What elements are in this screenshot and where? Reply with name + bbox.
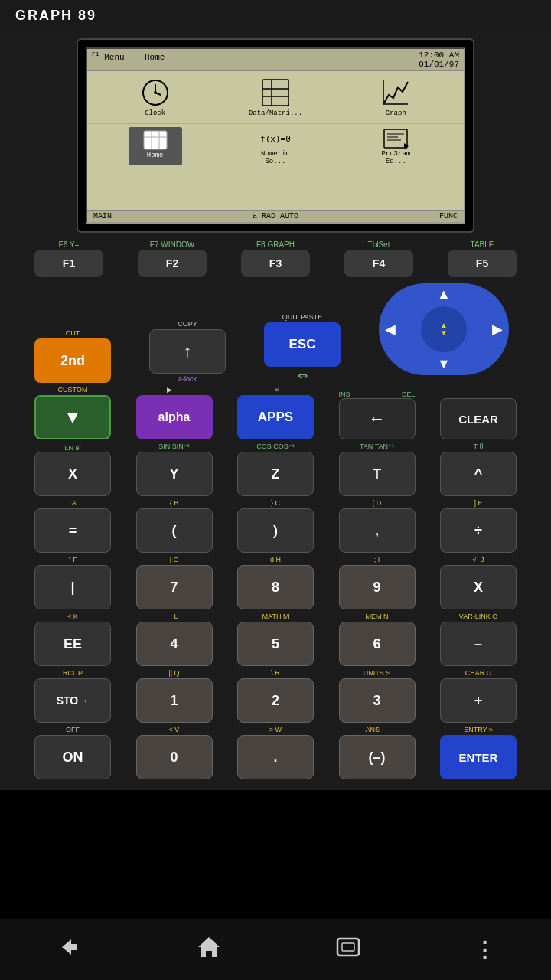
dot-col: > W . xyxy=(237,726,314,779)
dpad[interactable]: ▲ ▼ ◀ ▶ ▲ ▼ xyxy=(379,283,509,375)
dpad-center[interactable]: ▲ ▼ xyxy=(421,306,467,352)
div-col: ] E ÷ xyxy=(440,499,517,553)
up-button[interactable]: ↑ xyxy=(149,329,226,374)
minus-button[interactable]: – xyxy=(440,622,517,666)
5-button[interactable]: 5 xyxy=(237,622,314,666)
2nd-button[interactable]: 2nd xyxy=(34,338,111,383)
comma-col: [ D , xyxy=(339,499,416,553)
dpad-container: ▲ ▼ ◀ ▶ ▲ ▼ xyxy=(379,283,517,383)
f2-button[interactable]: F2 xyxy=(138,250,207,277)
dpad-up[interactable]: ▲ xyxy=(437,286,451,302)
label-semi-i: ; I xyxy=(374,556,380,565)
screen-datetime: 12:00 AM01/01/97 xyxy=(419,51,459,69)
calculator-screen: F1 Menu Home 12:00 AM01/01/97 xyxy=(86,47,465,224)
clock-label: Clock xyxy=(145,109,165,117)
z-button[interactable]: Z xyxy=(237,452,314,496)
screen-status-main: MAIN xyxy=(93,212,112,220)
f3-button[interactable]: F3 xyxy=(241,250,310,277)
screen-status-func: FUNC xyxy=(439,212,458,220)
back-button[interactable] xyxy=(56,933,83,966)
f5-button[interactable]: F5 xyxy=(448,250,517,277)
dpad-down[interactable]: ▼ xyxy=(437,356,451,372)
custom-button[interactable]: ▼ xyxy=(34,395,111,439)
recent-button[interactable] xyxy=(334,933,362,966)
1-button[interactable]: 1 xyxy=(136,678,213,723)
plus-button[interactable]: + xyxy=(440,678,517,723)
comma-button[interactable]: , xyxy=(339,508,416,553)
plus-col: CHAR U + xyxy=(440,669,517,723)
screen-bottombar: MAIN a RAD AUTO FUNC xyxy=(87,210,464,222)
ee-button[interactable]: EE xyxy=(34,622,111,666)
program-label: Pro3ram Ed... xyxy=(369,150,422,165)
1-col: || Q 1 xyxy=(136,669,213,723)
label-colon-l: : L xyxy=(170,612,178,622)
fkey-row: F6 Y= F1 F7 WINDOW F2 F8 GRAPH F3 TblSet… xyxy=(31,240,520,277)
label-lbracket-d: [ D xyxy=(373,499,382,508)
apps-button[interactable]: APPS xyxy=(237,395,314,439)
7-button[interactable]: 7 xyxy=(136,565,213,609)
svg-rect-20 xyxy=(342,943,354,951)
more-button[interactable]: ⋮ xyxy=(474,937,495,962)
9-button[interactable]: 9 xyxy=(339,565,416,609)
clock-icon xyxy=(140,77,171,108)
dpad-left[interactable]: ◀ xyxy=(385,321,396,338)
home-nav-button[interactable] xyxy=(195,933,223,966)
screen-icon-graph[interactable]: Graph xyxy=(369,77,422,117)
0-button[interactable]: 0 xyxy=(136,735,213,779)
clear-button[interactable]: CLEAR xyxy=(440,398,517,439)
6-col: MEM N 6 xyxy=(339,612,416,666)
2-button[interactable]: 2 xyxy=(237,678,314,723)
label-entry: ENTRY ≈ xyxy=(464,726,493,735)
screen-icon-numeric[interactable]: f(x)=0 Numeric So... xyxy=(249,127,302,165)
lparen-button[interactable]: ( xyxy=(136,508,213,553)
esc-button[interactable]: ESC xyxy=(264,322,341,367)
label-lt-k: < K xyxy=(67,612,78,622)
svg-point-3 xyxy=(154,91,157,94)
on-button[interactable]: ON xyxy=(34,735,111,779)
caret-button[interactable]: ^ xyxy=(440,452,517,496)
x-button[interactable]: X xyxy=(34,452,111,496)
numeric-label: Numeric So... xyxy=(249,150,302,165)
t-button[interactable]: T xyxy=(339,452,416,496)
fkey-top-f5: TABLE xyxy=(471,240,494,249)
4-button[interactable]: 4 xyxy=(136,622,213,666)
div-button[interactable]: ÷ xyxy=(440,508,517,553)
f4-button[interactable]: F4 xyxy=(344,250,413,277)
label-integral-g: ∫ G xyxy=(170,556,179,565)
label-mem-n: MEM N xyxy=(366,612,389,622)
pipe-button[interactable]: | xyxy=(34,565,111,609)
screen-status-mid: a RAD AUTO xyxy=(253,212,298,220)
eq-button[interactable]: = xyxy=(34,508,111,553)
label-quit-paste: QUIT PASTE xyxy=(282,313,323,322)
sto-button[interactable]: STO→ xyxy=(34,678,111,723)
y-col: SIN SIN⁻¹ Y xyxy=(136,443,213,496)
screen-icon-program[interactable]: Pro3ram Ed... xyxy=(369,127,422,165)
label-ln: LN et xyxy=(65,443,81,452)
rparen-button[interactable]: ) xyxy=(237,508,314,553)
8-button[interactable]: 8 xyxy=(237,565,314,609)
3-button[interactable]: 3 xyxy=(339,678,416,723)
neg-button[interactable]: (–) xyxy=(339,735,416,779)
screen-icons-row1: Clock Data/Matri... xyxy=(87,71,464,123)
label-deg-f: ° F xyxy=(68,556,77,565)
f1-button[interactable]: F1 xyxy=(34,250,103,277)
multiply-button[interactable]: X xyxy=(440,565,517,609)
y-button[interactable]: Y xyxy=(136,452,213,496)
svg-rect-4 xyxy=(262,80,289,106)
dpad-right[interactable]: ▶ xyxy=(492,321,503,338)
esc-col: QUIT PASTE ESC ⇔ xyxy=(264,313,341,383)
alpha-button[interactable]: alpha xyxy=(136,395,213,439)
enter-button[interactable]: ENTER xyxy=(440,735,517,779)
backspace-button[interactable]: ← xyxy=(339,398,416,439)
datamatrix-label: Data/Matri... xyxy=(249,109,302,117)
dot-button[interactable]: . xyxy=(237,735,314,779)
status-title: GRAPH 89 xyxy=(15,8,96,24)
label-i-inf: i ∞ xyxy=(272,386,280,395)
screen-icon-datamatrix[interactable]: Data/Matri... xyxy=(249,77,302,117)
screen-icon-home[interactable]: Home xyxy=(129,127,182,165)
ins-del-col: INS DEL ← xyxy=(339,390,416,439)
screen-icon-clock[interactable]: Clock xyxy=(129,77,182,117)
6-button[interactable]: 6 xyxy=(339,622,416,666)
label-t-theta: T θ xyxy=(474,443,484,452)
fkey-group-f3: F8 GRAPH F3 xyxy=(241,240,310,277)
